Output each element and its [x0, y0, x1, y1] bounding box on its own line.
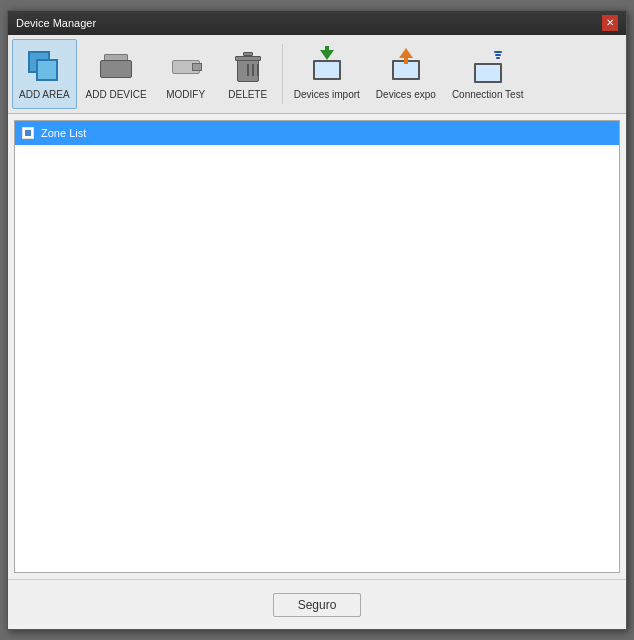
toolbar: ADD AREA ADD DEVICE MODIFY	[8, 35, 626, 114]
delete-icon	[229, 48, 267, 86]
signal-bar-1	[496, 57, 500, 59]
devices-export-icon	[387, 48, 425, 86]
signal-bar-3	[494, 51, 502, 53]
connection-test-button[interactable]: Connection Test	[445, 39, 531, 109]
zone-list-header: Zone List	[15, 121, 619, 145]
add-area-button[interactable]: ADD AREA	[12, 39, 77, 109]
zone-list-content	[15, 145, 619, 572]
device-manager-window: Device Manager ✕ ADD AREA ADD DEVICE	[7, 10, 627, 630]
delete-label: DELETE	[228, 89, 267, 100]
zone-list-icon	[21, 126, 35, 140]
close-button[interactable]: ✕	[602, 15, 618, 31]
devices-import-label: Devices import	[294, 89, 360, 100]
devices-export-label: Devices expo	[376, 89, 436, 100]
zone-list-label: Zone List	[41, 127, 86, 139]
devices-import-button[interactable]: Devices import	[287, 39, 367, 109]
connection-test-label: Connection Test	[452, 89, 524, 100]
signal-bar-2	[495, 54, 501, 56]
add-area-label: ADD AREA	[19, 89, 70, 100]
bottom-bar: Seguro	[8, 579, 626, 629]
toolbar-separator-1	[282, 44, 283, 104]
modify-button[interactable]: MODIFY	[156, 39, 216, 109]
add-device-icon	[97, 48, 135, 86]
window-title: Device Manager	[16, 17, 96, 29]
delete-button[interactable]: DELETE	[218, 39, 278, 109]
devices-import-icon	[308, 48, 346, 86]
add-device-label: ADD DEVICE	[86, 89, 147, 100]
connection-test-icon	[469, 48, 507, 86]
seguro-button[interactable]: Seguro	[273, 593, 362, 617]
title-bar: Device Manager ✕	[8, 11, 626, 35]
devices-export-button[interactable]: Devices expo	[369, 39, 443, 109]
add-area-icon	[25, 48, 63, 86]
modify-icon	[167, 48, 205, 86]
modify-label: MODIFY	[166, 89, 205, 100]
content-area: Zone List	[14, 120, 620, 573]
add-device-button[interactable]: ADD DEVICE	[79, 39, 154, 109]
